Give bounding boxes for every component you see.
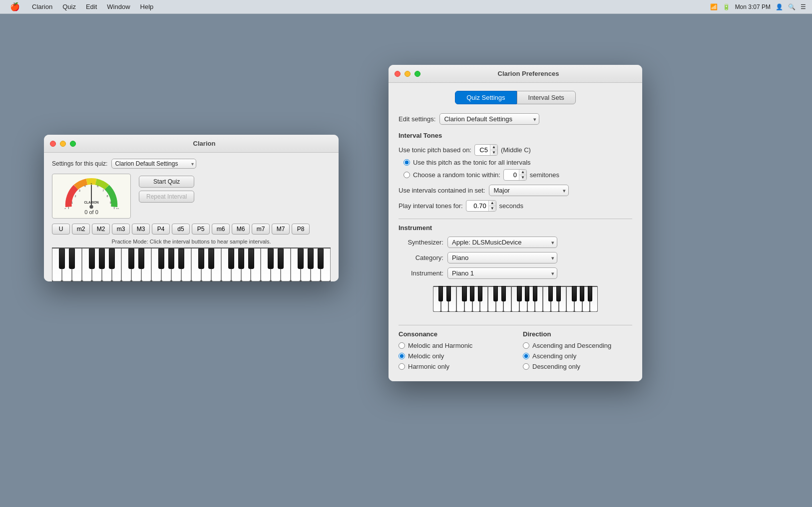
interval-btn-M3[interactable]: M3 xyxy=(132,224,150,235)
piano-keyboard[interactable] xyxy=(52,248,331,281)
radio-tonic-all[interactable] xyxy=(404,159,410,166)
mini-black-key[interactable] xyxy=(446,286,451,301)
maximize-button[interactable] xyxy=(70,141,76,147)
settings-select-wrapper[interactable]: Clarion Default Settings xyxy=(111,159,196,169)
black-key-7[interactable] xyxy=(158,249,164,269)
interval-btn-M7[interactable]: M7 xyxy=(272,224,290,235)
tonic-pitch-down[interactable]: ▼ xyxy=(490,150,497,155)
tonic-pitch-up[interactable]: ▲ xyxy=(490,145,497,150)
menu-window[interactable]: Window xyxy=(103,2,134,11)
black-key-12[interactable] xyxy=(228,249,234,269)
black-key-3[interactable] xyxy=(99,249,105,269)
mini-black-key[interactable] xyxy=(548,286,553,301)
menu-clarion[interactable]: Clarion xyxy=(28,2,56,11)
intervals-set-select-wrapper[interactable]: Major Minor Chromatic Custom xyxy=(489,185,569,196)
interval-btn-d5[interactable]: d5 xyxy=(172,224,190,235)
menu-help[interactable]: Help xyxy=(136,2,158,11)
synthesizer-select-wrapper[interactable]: Apple: DLSMusicDevice xyxy=(447,237,557,248)
tab-quiz-settings[interactable]: Quiz Settings xyxy=(455,91,516,104)
repeat-interval-button[interactable]: Repeat Interval xyxy=(139,191,194,203)
menu-extra-icon[interactable]: ☰ xyxy=(801,3,806,10)
prefs-minimize-button[interactable] xyxy=(405,71,410,77)
settings-select[interactable]: Clarion Default Settings xyxy=(111,159,196,169)
random-tonic-up[interactable]: ▲ xyxy=(519,170,526,175)
interval-btn-P4[interactable]: P4 xyxy=(152,224,170,235)
random-tonic-down[interactable]: ▼ xyxy=(519,175,526,180)
tonic-pitch-stepper[interactable]: C5 ▲ ▼ xyxy=(474,144,498,156)
black-key-10[interactable] xyxy=(198,249,204,269)
minimize-button[interactable] xyxy=(60,141,66,147)
black-key-14[interactable] xyxy=(248,249,254,269)
apple-menu[interactable]: 🍎 xyxy=(6,1,24,12)
black-key-1[interactable] xyxy=(69,249,75,269)
radio-ascending-only[interactable] xyxy=(523,353,529,359)
radio-descending-only[interactable] xyxy=(523,363,529,370)
interval-btn-P5[interactable]: P5 xyxy=(192,224,210,235)
random-tonic-input[interactable] xyxy=(504,170,519,180)
radio-ascending-descending[interactable] xyxy=(523,342,529,349)
category-select[interactable]: Piano xyxy=(447,252,557,263)
synthesizer-select[interactable]: Apple: DLSMusicDevice xyxy=(447,237,557,248)
play-tones-stepper[interactable]: ▲ ▼ xyxy=(466,200,496,212)
prefs-maximize-button[interactable] xyxy=(414,71,420,77)
interval-btn-P8[interactable]: P8 xyxy=(292,224,310,235)
radio-melodic-only[interactable] xyxy=(399,353,405,359)
play-tones-input[interactable] xyxy=(466,201,488,211)
search-icon[interactable]: 🔍 xyxy=(788,3,796,10)
black-key-0[interactable] xyxy=(59,249,65,269)
mini-black-key[interactable] xyxy=(462,286,466,301)
play-tones-up[interactable]: ▲ xyxy=(489,201,496,206)
mini-black-key[interactable] xyxy=(572,286,576,301)
black-key-9[interactable] xyxy=(178,249,184,269)
random-tonic-stepper[interactable]: ▲ ▼ xyxy=(503,169,527,181)
interval-btn-m3[interactable]: m3 xyxy=(112,224,130,235)
mini-black-key[interactable] xyxy=(501,286,506,301)
menu-quiz[interactable]: Quiz xyxy=(58,2,80,11)
interval-btn-m7[interactable]: m7 xyxy=(252,224,270,235)
radio-harmonic-only[interactable] xyxy=(399,363,405,370)
black-key-6[interactable] xyxy=(138,249,144,269)
start-quiz-button[interactable]: Start Quiz xyxy=(139,176,194,188)
black-key-2[interactable] xyxy=(89,249,95,269)
radio-melodic-harmonic[interactable] xyxy=(399,342,405,349)
mini-black-key[interactable] xyxy=(556,286,561,301)
mini-black-key[interactable] xyxy=(493,286,498,301)
mini-black-key[interactable] xyxy=(517,286,521,301)
interval-btn-M6[interactable]: M6 xyxy=(232,224,250,235)
radio-tonic-random[interactable] xyxy=(404,172,410,178)
edit-settings-select-wrapper[interactable]: Clarion Default Settings xyxy=(439,113,539,125)
mini-piano[interactable] xyxy=(433,286,598,312)
black-key-16[interactable] xyxy=(278,249,284,269)
interval-btn-U[interactable]: U xyxy=(52,224,70,235)
mini-black-key[interactable] xyxy=(533,286,537,301)
instrument-select-wrapper[interactable]: Piano 1 xyxy=(447,267,557,279)
mini-black-key[interactable] xyxy=(478,286,482,301)
prefs-close-button[interactable] xyxy=(395,71,401,77)
close-button[interactable] xyxy=(50,141,56,147)
play-tones-down[interactable]: ▼ xyxy=(489,206,496,211)
intervals-set-select[interactable]: Major Minor Chromatic Custom xyxy=(489,185,569,196)
black-key-11[interactable] xyxy=(208,249,214,269)
mini-black-key[interactable] xyxy=(525,286,529,301)
tab-interval-sets[interactable]: Interval Sets xyxy=(517,91,576,104)
tonic-pitch-input[interactable]: C5 xyxy=(475,145,490,155)
interval-btn-M2[interactable]: M2 xyxy=(92,224,110,235)
black-key-17[interactable] xyxy=(298,249,304,269)
black-key-18[interactable] xyxy=(308,249,314,269)
black-key-15[interactable] xyxy=(268,249,274,269)
mini-black-key[interactable] xyxy=(580,286,584,301)
black-key-13[interactable] xyxy=(238,249,244,269)
black-key-5[interactable] xyxy=(128,249,134,269)
black-key-19[interactable] xyxy=(318,249,324,269)
instrument-select[interactable]: Piano 1 xyxy=(447,267,557,279)
mini-black-key[interactable] xyxy=(438,286,443,301)
black-key-8[interactable] xyxy=(168,249,174,269)
category-select-wrapper[interactable]: Piano xyxy=(447,252,557,263)
mini-black-key[interactable] xyxy=(470,286,474,301)
menu-edit[interactable]: Edit xyxy=(82,2,101,11)
interval-btn-m6[interactable]: m6 xyxy=(212,224,230,235)
mini-black-key[interactable] xyxy=(588,286,592,301)
edit-settings-select[interactable]: Clarion Default Settings xyxy=(439,113,539,125)
black-key-4[interactable] xyxy=(109,249,115,269)
interval-btn-m2[interactable]: m2 xyxy=(72,224,90,235)
